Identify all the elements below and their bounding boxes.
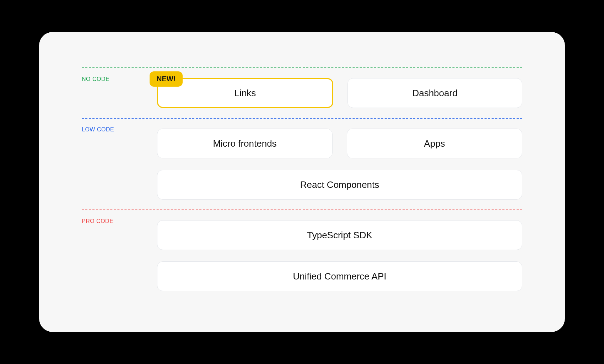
badge-new: NEW! bbox=[150, 71, 183, 87]
diagram-card: NO CODE NEW! Links Dashboard LOW CODE bbox=[39, 32, 565, 332]
pill-links[interactable]: NEW! Links bbox=[157, 78, 333, 108]
pill-micro-frontends[interactable]: Micro frontends bbox=[157, 129, 333, 158]
tier-pro-code: PRO CODE TypeScript SDK Unified Commerce… bbox=[82, 210, 522, 301]
tier-no-code: NO CODE NEW! Links Dashboard bbox=[82, 68, 522, 118]
canvas: NO CODE NEW! Links Dashboard LOW CODE bbox=[0, 0, 604, 364]
row-low-code-1: React Components bbox=[157, 170, 522, 200]
pill-label: Micro frontends bbox=[213, 138, 276, 149]
row-pro-code-0: TypeScript SDK bbox=[157, 220, 522, 250]
pill-label: Dashboard bbox=[412, 88, 457, 99]
tier-low-code: LOW CODE Micro frontends Apps React Comp… bbox=[82, 119, 522, 210]
row-no-code-0: NEW! Links Dashboard bbox=[157, 78, 522, 108]
row-low-code-0: Micro frontends Apps bbox=[157, 129, 522, 158]
pill-label: Links bbox=[234, 88, 256, 99]
tier-body-pro-code: TypeScript SDK Unified Commerce API bbox=[157, 210, 522, 301]
tier-label-no-code: NO CODE bbox=[82, 76, 146, 82]
pill-typescript-sdk[interactable]: TypeScript SDK bbox=[157, 220, 522, 250]
pill-label: React Components bbox=[300, 179, 379, 190]
row-pro-code-1: Unified Commerce API bbox=[157, 261, 522, 291]
pill-label: Unified Commerce API bbox=[293, 271, 387, 282]
tier-body-low-code: Micro frontends Apps React Components bbox=[157, 119, 522, 210]
pill-unified-commerce-api[interactable]: Unified Commerce API bbox=[157, 261, 522, 291]
tier-side-low-code: LOW CODE bbox=[82, 119, 146, 133]
tier-label-pro-code: PRO CODE bbox=[82, 218, 146, 224]
pill-label: Apps bbox=[424, 138, 445, 149]
tier-label-low-code: LOW CODE bbox=[82, 126, 146, 133]
pill-label: TypeScript SDK bbox=[307, 230, 372, 241]
tier-side-no-code: NO CODE bbox=[82, 68, 146, 82]
pill-apps[interactable]: Apps bbox=[347, 129, 522, 158]
tier-body-no-code: NEW! Links Dashboard bbox=[157, 68, 522, 118]
tier-side-pro-code: PRO CODE bbox=[82, 210, 146, 224]
pill-dashboard[interactable]: Dashboard bbox=[347, 78, 522, 108]
pill-react-components[interactable]: React Components bbox=[157, 170, 522, 200]
